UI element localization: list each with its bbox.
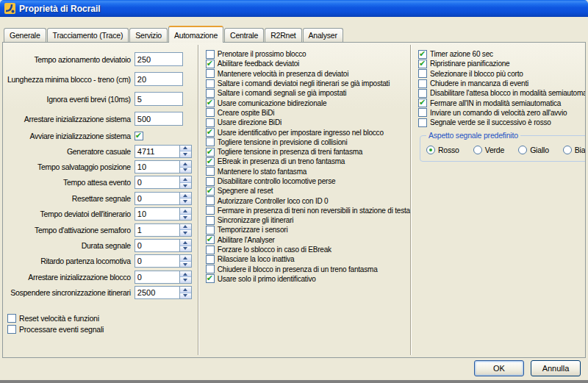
checkbox-label[interactable]: Timer azione 60 sec <box>430 50 493 58</box>
checkbox-label[interactable]: Abilitare feedback deviatoi <box>218 60 299 68</box>
cancel-button[interactable]: Annulla <box>531 360 581 376</box>
field-input[interactable] <box>135 176 180 189</box>
checkbox[interactable] <box>206 187 215 196</box>
checkbox-label[interactable]: EBreak in presenza di un treno fantasma <box>218 157 345 165</box>
ok-button[interactable]: OK <box>474 360 524 376</box>
field-input[interactable] <box>135 223 180 237</box>
field-input[interactable] <box>135 192 180 205</box>
spinner-up-arrow[interactable] <box>180 161 191 168</box>
spinner-down-arrow[interactable] <box>180 215 191 221</box>
spinner-up-arrow[interactable] <box>180 208 191 215</box>
radio-button[interactable] <box>563 146 572 154</box>
checkbox[interactable] <box>418 69 427 78</box>
checkbox[interactable] <box>206 137 215 146</box>
spinner-up-arrow[interactable] <box>180 146 191 152</box>
checkbox[interactable] <box>206 206 215 215</box>
field-input[interactable] <box>135 239 180 252</box>
spinner-up-arrow[interactable] <box>180 176 191 183</box>
checkbox[interactable] <box>206 235 215 244</box>
radio-label[interactable]: Giallo <box>530 146 549 154</box>
checkbox[interactable] <box>135 132 143 140</box>
spinner-up-arrow[interactable] <box>180 287 191 293</box>
checkbox[interactable] <box>7 314 16 323</box>
checkbox[interactable] <box>206 148 215 157</box>
checkbox-label[interactable]: Prenotare il prossimo blocco <box>218 50 306 58</box>
checkbox-label[interactable]: Ripristinare pianificazione <box>430 60 510 68</box>
checkbox-label[interactable]: Togliere tensione in presenza di treni f… <box>218 148 362 156</box>
tab[interactable]: Centrale <box>224 28 264 42</box>
checkbox-label[interactable]: Disabilitare l'attesa blocco in modalità… <box>430 89 586 97</box>
radio-label[interactable]: Verde <box>485 146 504 154</box>
field-input[interactable] <box>135 145 180 158</box>
checkbox[interactable] <box>206 177 215 186</box>
checkbox-label[interactable]: Usare direzione BiDi <box>218 118 282 126</box>
radio-label[interactable]: Bianco <box>575 146 586 154</box>
checkbox-label[interactable]: Disabilitare controllo locomotive perse <box>218 177 336 185</box>
checkbox[interactable] <box>206 50 215 59</box>
spinner-down-arrow[interactable] <box>180 293 191 299</box>
spinner-up-arrow[interactable] <box>180 240 191 246</box>
radio-button[interactable] <box>518 146 527 154</box>
checkbox[interactable] <box>206 255 215 264</box>
checkbox[interactable] <box>7 325 16 334</box>
spinner-up-arrow[interactable] <box>180 255 191 262</box>
checkbox-label[interactable]: Usare solo il primo identificativo <box>218 275 316 283</box>
checkbox[interactable] <box>418 60 427 68</box>
checkbox[interactable] <box>418 89 427 98</box>
checkbox[interactable] <box>418 99 427 107</box>
tab[interactable]: Analyser <box>303 28 343 42</box>
checkbox-label[interactable]: Selezionare il blocco più corto <box>430 70 523 78</box>
checkbox[interactable] <box>206 216 215 225</box>
field-input[interactable] <box>135 254 180 268</box>
field-input[interactable] <box>135 160 180 173</box>
checkbox[interactable] <box>418 79 427 88</box>
checkbox-label[interactable]: Chiudere il blocco in presenza di un tre… <box>218 265 378 273</box>
field-input[interactable] <box>135 286 180 299</box>
field-input[interactable] <box>135 112 183 126</box>
checkbox[interactable] <box>418 50 427 59</box>
tab[interactable]: Generale <box>4 28 46 42</box>
field-input[interactable] <box>135 72 183 86</box>
spinner-down-arrow[interactable] <box>180 168 191 173</box>
checkbox-label[interactable]: Chiudere in mancanza di eventi <box>430 79 528 87</box>
tab[interactable]: R2Rnet <box>265 28 301 42</box>
checkbox-label[interactable]: Processare eventi segnali <box>19 325 104 334</box>
checkbox-label[interactable]: Usare identificativo per impostare ingre… <box>218 129 384 137</box>
spinner-down-arrow[interactable] <box>180 246 191 252</box>
checkbox-label[interactable]: Mantenere velocità in presenza di deviat… <box>218 70 348 78</box>
checkbox-label[interactable]: Inviare un comando di velocità zero all'… <box>430 109 567 117</box>
spinner-up-arrow[interactable] <box>180 193 191 199</box>
checkbox[interactable] <box>418 108 427 117</box>
checkbox-label[interactable]: Reset velocità e funzioni <box>19 314 99 323</box>
checkbox[interactable] <box>206 246 215 254</box>
title-bar[interactable]: Proprietà di Rocrail <box>0 0 588 17</box>
field-input[interactable] <box>135 52 183 66</box>
checkbox-label[interactable]: Sincronizzare gli itinerari <box>218 216 294 224</box>
spinner-down-arrow[interactable] <box>180 151 191 157</box>
checkbox[interactable] <box>206 89 215 98</box>
checkbox[interactable] <box>206 69 215 78</box>
spinner-up-arrow[interactable] <box>180 271 191 278</box>
tab[interactable]: Servizio <box>129 28 168 42</box>
spinner-down-arrow[interactable] <box>180 183 191 189</box>
checkbox[interactable] <box>206 108 215 117</box>
checkbox[interactable] <box>418 118 427 127</box>
checkbox[interactable] <box>206 60 215 68</box>
checkbox-label[interactable]: Fermare all'IN in modalità semiautomatic… <box>430 99 561 107</box>
checkbox-label[interactable]: Abilitare l'Analyser <box>218 236 275 244</box>
checkbox[interactable] <box>206 79 215 88</box>
checkbox[interactable] <box>206 128 215 137</box>
checkbox-label[interactable]: Togliere tensione in previsione di colli… <box>218 138 348 146</box>
radio-label[interactable]: Rosso <box>438 146 459 154</box>
spinner-down-arrow[interactable] <box>180 198 191 204</box>
checkbox-label[interactable]: Forzare lo sblocco in caso di EBreak <box>218 246 331 254</box>
checkbox-label[interactable]: Autorizzare Controller loco con ID 0 <box>218 197 329 205</box>
field-input[interactable] <box>135 271 180 284</box>
checkbox[interactable] <box>206 157 215 166</box>
spinner-down-arrow[interactable] <box>180 277 191 283</box>
checkbox[interactable] <box>206 118 215 127</box>
spinner-down-arrow[interactable] <box>180 230 191 236</box>
checkbox-label[interactable]: Mantenere lo stato fantasma <box>218 168 306 176</box>
checkbox-label[interactable]: Temporizzare i sensori <box>218 226 288 234</box>
checkbox-label[interactable]: Rilasciare la loco inattiva <box>218 255 295 263</box>
